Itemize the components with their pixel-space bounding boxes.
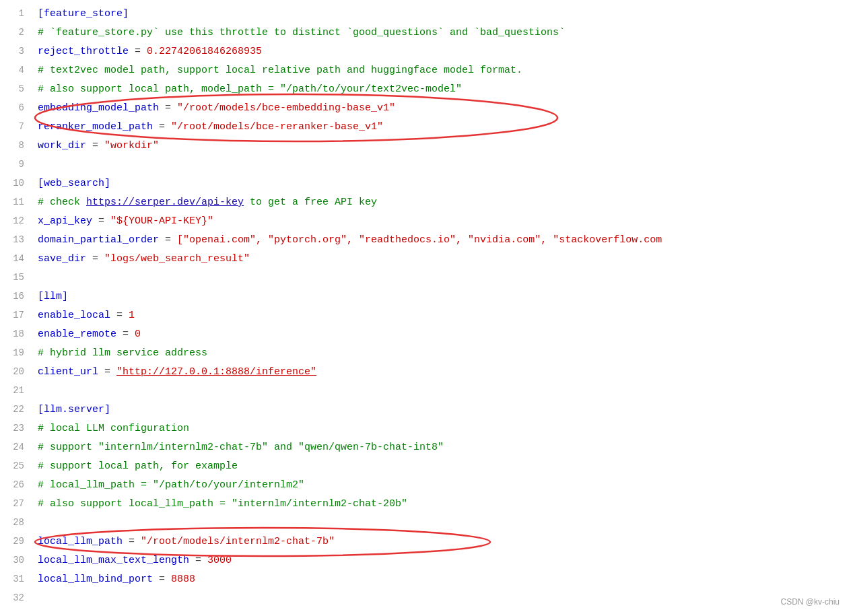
code-line-22: 22[llm.server] — [0, 401, 853, 420]
string-value: "workdir" — [104, 140, 159, 151]
config-key: embedding_model_path — [38, 102, 159, 114]
line-content: save_dir = "logs/web_search_result" — [35, 250, 853, 268]
number-value: 0 — [135, 329, 141, 340]
code-line-10: 10[web_search] — [0, 175, 853, 194]
line-content: # local_llm_path = "/path/to/your/intern… — [35, 477, 853, 494]
config-key: local_llm_max_text_length — [38, 555, 189, 566]
number-value: 1 — [129, 310, 135, 321]
operator: = — [86, 140, 104, 151]
code-line-26: 26# local_llm_path = "/path/to/your/inte… — [0, 477, 853, 495]
config-key: domain_partial_order — [38, 234, 159, 246]
code-line-27: 27# also support local_llm_path = "inter… — [0, 495, 853, 514]
string-value: "/root/models/internlm2-chat-7b" — [141, 536, 335, 547]
line-content: client_url = "http://127.0.0.1:8888/infe… — [35, 364, 853, 381]
line-number: 3 — [0, 43, 35, 60]
operator: = — [92, 215, 110, 227]
config-key: x_api_key — [38, 215, 92, 227]
code-line-19: 19# hybrid llm service address — [0, 345, 853, 364]
comment-text: to get a free API key — [244, 197, 377, 208]
code-line-14: 14save_dir = "logs/web_search_result" — [0, 250, 853, 269]
comment-text: # local LLM configuration — [38, 423, 189, 434]
line-content: enable_local = 1 — [35, 307, 853, 324]
line-content: reranker_model_path = "/root/models/bce-… — [35, 118, 853, 136]
code-line-7: 7reranker_model_path = "/root/models/bce… — [0, 118, 853, 137]
line-number: 14 — [0, 250, 35, 267]
comment-text: # `feature_store.py` use this throttle t… — [38, 27, 565, 38]
config-key: work_dir — [38, 140, 86, 151]
line-content: local_llm_max_text_length = 3000 — [35, 552, 853, 570]
operator: = — [153, 121, 171, 133]
line-content: # hybrid llm service address — [35, 345, 853, 362]
line-number: 18 — [0, 326, 35, 343]
number-value: 0.22742061846268935 — [147, 46, 262, 57]
line-number: 21 — [0, 382, 35, 399]
operator: = — [189, 555, 207, 566]
line-number: 31 — [0, 571, 35, 588]
line-number: 10 — [0, 175, 35, 192]
operator: = — [129, 46, 147, 57]
config-key: enable_remote — [38, 329, 116, 340]
line-content: [llm.server] — [35, 401, 853, 419]
line-number: 30 — [0, 552, 35, 569]
line-content: # also support local path, model_path = … — [35, 81, 853, 98]
comment-text: # also support local_llm_path = "internl… — [38, 498, 407, 510]
line-content: [feature_store] — [35, 5, 853, 23]
line-content: x_api_key = "${YOUR-API-KEY}" — [35, 213, 853, 230]
line-number: 6 — [0, 100, 35, 116]
line-number: 23 — [0, 420, 35, 437]
line-number: 15 — [0, 269, 35, 286]
code-line-18: 18enable_remote = 0 — [0, 326, 853, 345]
string-value: "/root/models/bce-reranker-base_v1" — [171, 121, 383, 133]
line-number: 12 — [0, 213, 35, 230]
line-number: 29 — [0, 533, 35, 550]
operator: = — [159, 102, 177, 114]
comment-text: # also support local path, model_path = … — [38, 83, 462, 95]
line-content: local_llm_path = "/root/models/internlm2… — [35, 533, 853, 551]
config-key: local_llm_path — [38, 536, 123, 547]
line-content: # check https://serper.dev/api-key to ge… — [35, 194, 853, 211]
line-content: [llm] — [35, 288, 853, 306]
code-line-15: 15 — [0, 269, 853, 288]
url-value[interactable]: "http://127.0.0.1:8888/inference" — [116, 366, 316, 378]
code-line-5: 5# also support local path, model_path =… — [0, 81, 853, 100]
operator: = — [123, 536, 141, 547]
line-number: 13 — [0, 232, 35, 248]
operator: = — [86, 253, 104, 265]
string-value: "${YOUR-API-KEY}" — [110, 215, 213, 227]
config-key: save_dir — [38, 253, 86, 265]
line-content: # also support local_llm_path = "internl… — [35, 495, 853, 513]
section-header: [llm.server] — [38, 404, 110, 415]
string-value: "/root/models/bce-embedding-base_v1" — [177, 102, 395, 114]
line-content: work_dir = "workdir" — [35, 137, 853, 155]
comment-text: # local_llm_path = "/path/to/your/intern… — [38, 479, 304, 491]
operator: = — [153, 574, 171, 585]
code-line-25: 25# support local path, for example — [0, 458, 853, 477]
config-key: local_llm_bind_port — [38, 574, 153, 585]
number-value: 8888 — [171, 574, 195, 585]
comment-text: # hybrid llm service address — [38, 347, 207, 359]
url-link[interactable]: https://serper.dev/api-key — [86, 197, 244, 208]
line-number: 24 — [0, 439, 35, 456]
line-number: 19 — [0, 345, 35, 362]
line-content: local_llm_bind_port = 8888 — [35, 571, 853, 588]
line-number: 25 — [0, 458, 35, 475]
code-line-11: 11# check https://serper.dev/api-key to … — [0, 194, 853, 213]
operator: = — [116, 329, 135, 340]
config-key: reranker_model_path — [38, 121, 153, 133]
line-number: 27 — [0, 495, 35, 512]
string-value: "logs/web_search_result" — [104, 253, 250, 265]
comment-text: # support local path, for example — [38, 460, 238, 472]
code-line-17: 17enable_local = 1 — [0, 307, 853, 326]
line-number: 20 — [0, 364, 35, 380]
line-content: # local LLM configuration — [35, 420, 853, 438]
code-line-21: 21 — [0, 382, 853, 401]
comment-text: # text2vec model path, support local rel… — [38, 65, 522, 76]
line-number: 5 — [0, 81, 35, 98]
line-number: 11 — [0, 194, 35, 211]
code-line-30: 30local_llm_max_text_length = 3000 — [0, 552, 853, 571]
code-line-16: 16[llm] — [0, 288, 853, 307]
operator: = — [110, 310, 129, 321]
code-line-28: 28 — [0, 514, 853, 533]
line-content: [web_search] — [35, 175, 853, 193]
code-line-29: 29local_llm_path = "/root/models/internl… — [0, 533, 853, 552]
